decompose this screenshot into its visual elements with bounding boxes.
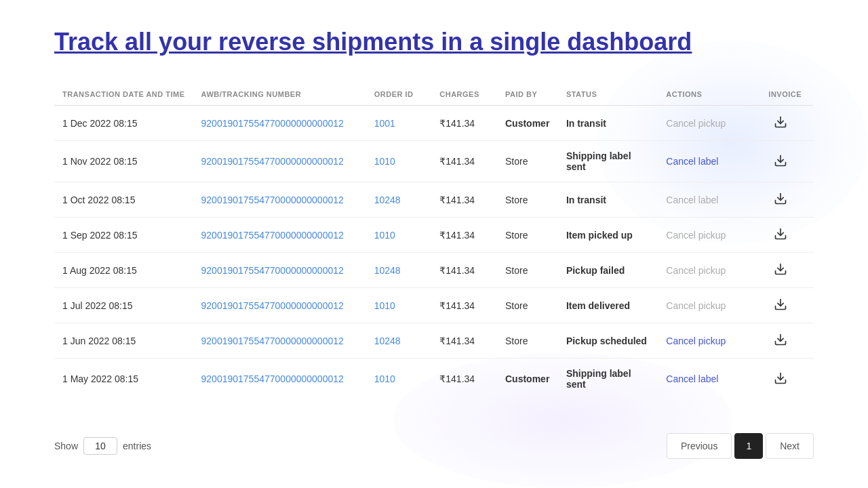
col-header-charges: CHARGES bbox=[431, 83, 497, 106]
cell-paid-6: Store bbox=[497, 323, 558, 359]
cell-actions-0[interactable]: Cancel pickup bbox=[658, 106, 760, 141]
pagination-buttons: Previous 1 Next bbox=[667, 433, 814, 459]
cell-invoice-2[interactable] bbox=[760, 182, 814, 218]
cell-awb-3[interactable]: 920019017554770000000000012 bbox=[193, 218, 366, 253]
cell-paid-5: Store bbox=[497, 288, 558, 323]
download-icon-0[interactable] bbox=[774, 115, 789, 130]
cell-paid-1: Store bbox=[497, 141, 558, 182]
cell-awb-0[interactable]: 920019017554770000000000012 bbox=[193, 106, 366, 141]
cell-date-1: 1 Nov 2022 08:15 bbox=[54, 141, 193, 182]
cell-actions-6[interactable]: Cancel pickup bbox=[658, 323, 760, 359]
cell-actions-3[interactable]: Cancel pickup bbox=[658, 218, 760, 253]
col-header-order: ORDER ID bbox=[366, 83, 432, 106]
cell-invoice-7[interactable] bbox=[760, 359, 814, 400]
cell-order-3[interactable]: 1010 bbox=[366, 218, 432, 253]
show-label: Show bbox=[54, 441, 78, 451]
cell-charges-0: ₹141.34 bbox=[431, 106, 497, 141]
cell-paid-7: Customer bbox=[497, 359, 558, 400]
cell-status-7: Shipping label sent bbox=[558, 359, 658, 400]
action-button-4[interactable]: Cancel pickup bbox=[666, 265, 726, 276]
table-row: 1 Oct 2022 08:15 92001901755477000000000… bbox=[54, 182, 814, 218]
cell-invoice-4[interactable] bbox=[760, 253, 814, 288]
cell-actions-4[interactable]: Cancel pickup bbox=[658, 253, 760, 288]
table-header-row: TRANSACTION DATE AND TIME AWB/TRACKING N… bbox=[54, 83, 814, 106]
cell-charges-2: ₹141.34 bbox=[431, 182, 497, 218]
cell-order-0[interactable]: 1001 bbox=[366, 106, 432, 141]
cell-actions-2[interactable]: Cancel label bbox=[658, 182, 760, 218]
action-button-0[interactable]: Cancel pickup bbox=[666, 118, 726, 129]
download-icon-1[interactable] bbox=[774, 154, 789, 169]
cell-order-2[interactable]: 10248 bbox=[366, 182, 432, 218]
show-entries-control: Show entries bbox=[54, 437, 151, 455]
cell-invoice-3[interactable] bbox=[760, 218, 814, 253]
col-header-awb: AWB/TRACKING NUMBER bbox=[193, 83, 366, 106]
action-button-2[interactable]: Cancel label bbox=[666, 195, 718, 205]
next-button[interactable]: Next bbox=[766, 433, 814, 459]
entries-label: entries bbox=[123, 441, 151, 451]
col-header-status: STATUS bbox=[558, 83, 658, 106]
cell-date-3: 1 Sep 2022 08:15 bbox=[54, 218, 193, 253]
cell-status-1: Shipping label sent bbox=[558, 141, 658, 182]
download-icon-2[interactable] bbox=[774, 192, 789, 207]
cell-charges-4: ₹141.34 bbox=[431, 253, 497, 288]
cell-status-5: Item delivered bbox=[558, 288, 658, 323]
cell-date-2: 1 Oct 2022 08:15 bbox=[54, 182, 193, 218]
cell-awb-7[interactable]: 920019017554770000000000012 bbox=[193, 359, 366, 400]
cell-order-4[interactable]: 10248 bbox=[366, 253, 432, 288]
cell-actions-1[interactable]: Cancel label bbox=[658, 141, 760, 182]
cell-status-6: Pickup scheduled bbox=[558, 323, 658, 359]
cell-awb-4[interactable]: 920019017554770000000000012 bbox=[193, 253, 366, 288]
cell-charges-5: ₹141.34 bbox=[431, 288, 497, 323]
page-1-button[interactable]: 1 bbox=[734, 433, 763, 459]
table-row: 1 Nov 2022 08:15 92001901755477000000000… bbox=[54, 141, 814, 182]
cell-invoice-5[interactable] bbox=[760, 288, 814, 323]
download-icon-7[interactable] bbox=[774, 371, 789, 386]
table-row: 1 Sep 2022 08:15 92001901755477000000000… bbox=[54, 218, 814, 253]
entries-input[interactable] bbox=[83, 437, 117, 455]
page-title: Track all your reverse shipments in a si… bbox=[54, 27, 814, 56]
table-row: 1 Jul 2022 08:15 92001901755477000000000… bbox=[54, 288, 814, 323]
cell-awb-1[interactable]: 920019017554770000000000012 bbox=[193, 141, 366, 182]
cell-paid-2: Store bbox=[497, 182, 558, 218]
cell-order-6[interactable]: 10248 bbox=[366, 323, 432, 359]
cell-invoice-1[interactable] bbox=[760, 141, 814, 182]
col-header-paid: PAID BY bbox=[497, 83, 558, 106]
cell-order-5[interactable]: 1010 bbox=[366, 288, 432, 323]
cell-actions-7[interactable]: Cancel label bbox=[658, 359, 760, 400]
cell-status-4: Pickup failed bbox=[558, 253, 658, 288]
download-icon-4[interactable] bbox=[774, 262, 789, 277]
previous-button[interactable]: Previous bbox=[667, 433, 732, 459]
table-row: 1 May 2022 08:15 92001901755477000000000… bbox=[54, 359, 814, 400]
col-header-actions: ACTIONS bbox=[658, 83, 760, 106]
cell-awb-5[interactable]: 920019017554770000000000012 bbox=[193, 288, 366, 323]
table-row: 1 Jun 2022 08:15 92001901755477000000000… bbox=[54, 323, 814, 359]
cell-charges-1: ₹141.34 bbox=[431, 141, 497, 182]
cell-order-1[interactable]: 1010 bbox=[366, 141, 432, 182]
cell-charges-3: ₹141.34 bbox=[431, 218, 497, 253]
cell-invoice-0[interactable] bbox=[760, 106, 814, 141]
action-button-1[interactable]: Cancel label bbox=[666, 156, 718, 167]
cell-status-3: Item picked up bbox=[558, 218, 658, 253]
action-button-5[interactable]: Cancel pickup bbox=[666, 300, 726, 311]
cell-date-0: 1 Dec 2022 08:15 bbox=[54, 106, 193, 141]
cell-awb-2[interactable]: 920019017554770000000000012 bbox=[193, 182, 366, 218]
cell-actions-5[interactable]: Cancel pickup bbox=[658, 288, 760, 323]
cell-date-5: 1 Jul 2022 08:15 bbox=[54, 288, 193, 323]
table-row: 1 Aug 2022 08:15 92001901755477000000000… bbox=[54, 253, 814, 288]
cell-paid-0: Customer bbox=[497, 106, 558, 141]
download-icon-6[interactable] bbox=[774, 333, 789, 348]
cell-paid-4: Store bbox=[497, 253, 558, 288]
action-button-7[interactable]: Cancel label bbox=[666, 373, 718, 384]
download-icon-5[interactable] bbox=[774, 298, 789, 312]
cell-charges-6: ₹141.34 bbox=[431, 323, 497, 359]
cell-date-7: 1 May 2022 08:15 bbox=[54, 359, 193, 400]
cell-date-6: 1 Jun 2022 08:15 bbox=[54, 323, 193, 359]
cell-order-7[interactable]: 1010 bbox=[366, 359, 432, 400]
cell-status-0: In transit bbox=[558, 106, 658, 141]
action-button-3[interactable]: Cancel pickup bbox=[666, 230, 726, 241]
download-icon-3[interactable] bbox=[774, 227, 789, 242]
cell-awb-6[interactable]: 920019017554770000000000012 bbox=[193, 323, 366, 359]
action-button-6[interactable]: Cancel pickup bbox=[666, 336, 726, 346]
cell-invoice-6[interactable] bbox=[760, 323, 814, 359]
cell-status-2: In transit bbox=[558, 182, 658, 218]
